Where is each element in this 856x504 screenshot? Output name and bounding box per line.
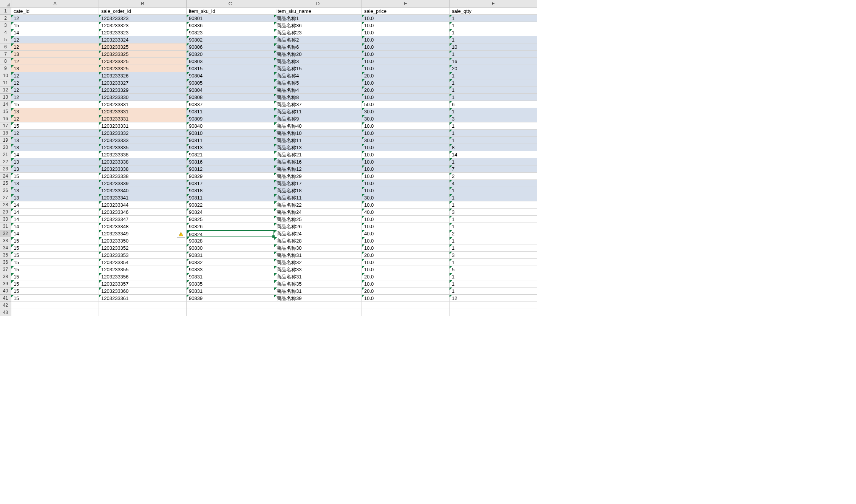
cell-B18[interactable]: 1203233332 — [99, 130, 187, 137]
cell-E35[interactable]: 20.0 — [362, 252, 450, 259]
cell-A2[interactable]: 12 — [11, 15, 99, 22]
cell-F36[interactable]: 1 — [450, 259, 537, 266]
row-header-13[interactable]: 13 — [0, 94, 11, 101]
cell-F40[interactable]: 1 — [450, 288, 537, 295]
cell-F39[interactable]: 1 — [450, 280, 537, 288]
cell-F10[interactable]: 1 — [450, 72, 537, 79]
cell-B22[interactable]: 1203233338 — [99, 158, 187, 165]
cell-D8[interactable]: 商品名称3 — [274, 58, 362, 65]
cell-A27[interactable]: 13 — [11, 194, 99, 201]
cell-E24[interactable]: 10.0 — [362, 173, 450, 180]
cell-C24[interactable]: 90829 — [187, 173, 274, 180]
cell-B7[interactable]: 1203233325 — [99, 51, 187, 58]
cell-E17[interactable]: 10.0 — [362, 122, 450, 130]
row-header-26[interactable]: 26 — [0, 187, 11, 194]
row-header-22[interactable]: 22 — [0, 158, 11, 165]
cell-B31[interactable]: 1203233348 — [99, 223, 187, 230]
row-header-17[interactable]: 17 — [0, 122, 11, 130]
row-header-24[interactable]: 24 — [0, 173, 11, 180]
cell-C26[interactable]: 90818 — [187, 187, 274, 194]
row-header-41[interactable]: 41 — [0, 295, 11, 302]
row-header-4[interactable]: 4 — [0, 29, 11, 36]
cell-C16[interactable]: 90809 — [187, 115, 274, 122]
cell-C8[interactable]: 90803 — [187, 58, 274, 65]
cell-F33[interactable]: 1 — [450, 237, 537, 244]
row-header-32[interactable]: 32 — [0, 230, 11, 237]
row-header-18[interactable]: 18 — [0, 130, 11, 137]
cell-F12[interactable]: 1 — [450, 87, 537, 94]
cell-C2[interactable]: 90801 — [187, 15, 274, 22]
cell-D41[interactable]: 商品名称39 — [274, 295, 362, 302]
cell-D1[interactable]: item_sku_name — [274, 8, 362, 15]
cell-B19[interactable]: 1203233333 — [99, 137, 187, 144]
cell-B6[interactable]: 1203233325 — [99, 43, 187, 51]
cell-D40[interactable]: 商品名称31 — [274, 288, 362, 295]
cell-C33[interactable]: 90828 — [187, 237, 274, 244]
cell-C7[interactable]: 90820 — [187, 51, 274, 58]
cell-E9[interactable]: 10.0 — [362, 65, 450, 72]
cell-F24[interactable]: 2 — [450, 173, 537, 180]
cell-F4[interactable]: 1 — [450, 29, 537, 36]
row-header-1[interactable]: 1 — [0, 8, 11, 15]
cell-F16[interactable]: 3 — [450, 115, 537, 122]
cell-A6[interactable]: 12 — [11, 43, 99, 51]
cell-F26[interactable]: 1 — [450, 187, 537, 194]
cell-E29[interactable]: 40.0 — [362, 209, 450, 216]
cell-C19[interactable]: 90811 — [187, 137, 274, 144]
cell-B10[interactable]: 1203233326 — [99, 72, 187, 79]
cell-C13[interactable]: 90808 — [187, 94, 274, 101]
cell-C4[interactable]: 90823 — [187, 29, 274, 36]
cell-A17[interactable]: 15 — [11, 122, 99, 130]
cell-E11[interactable]: 10.0 — [362, 79, 450, 87]
row-header-10[interactable]: 10 — [0, 72, 11, 79]
cell-B24[interactable]: 1203233338 — [99, 173, 187, 180]
column-header-E[interactable]: E — [362, 0, 450, 8]
row-header-19[interactable]: 19 — [0, 137, 11, 144]
cell-B4[interactable]: 1203233323 — [99, 29, 187, 36]
cell-E43[interactable] — [362, 309, 450, 316]
cell-E21[interactable]: 10.0 — [362, 151, 450, 158]
row-header-21[interactable]: 21 — [0, 151, 11, 158]
cell-A11[interactable]: 12 — [11, 79, 99, 87]
row-header-8[interactable]: 8 — [0, 58, 11, 65]
cell-B33[interactable]: 1203233350 — [99, 237, 187, 244]
cell-E36[interactable]: 10.0 — [362, 259, 450, 266]
cell-B25[interactable]: 1203233339 — [99, 180, 187, 187]
cell-A24[interactable]: 15 — [11, 173, 99, 180]
row-header-14[interactable]: 14 — [0, 101, 11, 108]
cell-D21[interactable]: 商品名称21 — [274, 151, 362, 158]
cell-A43[interactable] — [11, 309, 99, 316]
cell-A38[interactable]: 15 — [11, 273, 99, 280]
cell-F13[interactable]: 1 — [450, 94, 537, 101]
cell-E1[interactable]: sale_price — [362, 8, 450, 15]
cell-C22[interactable]: 90816 — [187, 158, 274, 165]
cell-F28[interactable]: 1 — [450, 201, 537, 209]
cell-F9[interactable]: 20 — [450, 65, 537, 72]
cell-C37[interactable]: 90833 — [187, 266, 274, 273]
row-header-37[interactable]: 37 — [0, 266, 11, 273]
cell-F14[interactable]: 6 — [450, 101, 537, 108]
cell-E40[interactable]: 20.0 — [362, 288, 450, 295]
row-header-2[interactable]: 2 — [0, 15, 11, 22]
cell-E18[interactable]: 10.0 — [362, 130, 450, 137]
cell-B23[interactable]: 1203233338 — [99, 165, 187, 173]
cell-D13[interactable]: 商品名称8 — [274, 94, 362, 101]
cell-F18[interactable]: 1 — [450, 130, 537, 137]
cell-B42[interactable] — [99, 302, 187, 309]
cell-A40[interactable]: 15 — [11, 288, 99, 295]
cell-A35[interactable]: 15 — [11, 252, 99, 259]
cell-C23[interactable]: 90812 — [187, 165, 274, 173]
column-header-D[interactable]: D — [274, 0, 362, 8]
row-header-35[interactable]: 35 — [0, 252, 11, 259]
cell-D4[interactable]: 商品名称23 — [274, 29, 362, 36]
cell-B5[interactable]: 1203233324 — [99, 36, 187, 43]
cell-E10[interactable]: 20.0 — [362, 72, 450, 79]
cell-C21[interactable]: 90821 — [187, 151, 274, 158]
cell-A33[interactable]: 15 — [11, 237, 99, 244]
row-header-31[interactable]: 31 — [0, 223, 11, 230]
cell-A21[interactable]: 14 — [11, 151, 99, 158]
cell-F25[interactable]: 4 — [450, 180, 537, 187]
cell-E39[interactable]: 10.0 — [362, 280, 450, 288]
cell-C10[interactable]: 90804 — [187, 72, 274, 79]
row-header-30[interactable]: 30 — [0, 216, 11, 223]
